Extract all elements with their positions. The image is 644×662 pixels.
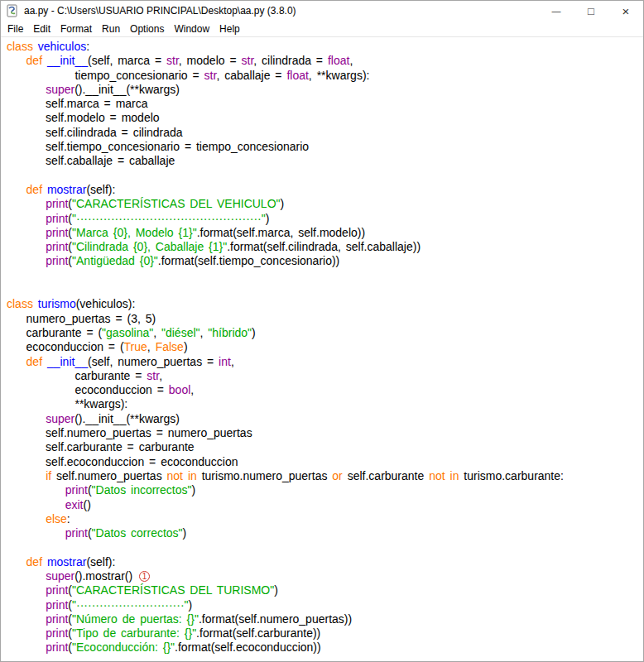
code-token: float [286, 69, 308, 82]
code-line[interactable]: print("Marca {0}, Modelo {1}".format(sel… [7, 226, 643, 240]
code-token: print [46, 612, 68, 626]
code-line[interactable] [7, 283, 643, 297]
code-token [7, 626, 46, 640]
code-token: else [46, 512, 67, 525]
menu-window[interactable]: Window [169, 23, 214, 35]
code-line[interactable]: print("Ecoconducción: {}".format(self.ec… [7, 640, 643, 655]
code-line[interactable]: if self.numero_puertas not in turismo.nu… [7, 469, 643, 483]
code-token [7, 512, 46, 525]
code-token: ) [191, 483, 195, 496]
code-line[interactable] [7, 169, 643, 183]
menu-run[interactable]: Run [97, 23, 125, 35]
code-line[interactable]: super().mostrar() 1 [7, 569, 643, 583]
code-token [7, 569, 46, 583]
code-line[interactable]: def __init__(self, numero_puertas = int, [7, 355, 643, 369]
code-line[interactable]: self.cilindrada = cilindrada [7, 126, 643, 140]
code-line[interactable]: carburante = ("gasolina", "diésel", "híb… [7, 326, 643, 340]
code-token: .format(self.carburante)) [196, 626, 320, 640]
code-line[interactable]: print("····························") [7, 598, 643, 612]
window-title: aa.py - C:\Users\USUARIO PRINCIPAL\Deskt… [24, 5, 296, 17]
code-line[interactable]: else: [7, 512, 643, 526]
code-token: numero_puertas = (3, 5) [7, 312, 156, 325]
code-line[interactable]: print("Tipo de carburante: {}".format(se… [7, 626, 643, 640]
code-token [7, 469, 46, 482]
code-line[interactable]: print("Cilindrada {0}, Caballaje {1}".fo… [7, 240, 643, 254]
code-token: print [46, 254, 68, 267]
code-token: "Número de puertas: {}" [72, 612, 199, 626]
code-token: "diésel" [161, 326, 200, 339]
code-line[interactable]: tiempo_concesionario = str, caballaje = … [7, 69, 643, 83]
code-token [7, 526, 65, 540]
code-line[interactable]: print("Datos incorrectos") [7, 483, 643, 497]
code-line[interactable]: exit() [7, 498, 643, 512]
close-button[interactable]: × [608, 1, 643, 21]
code-line[interactable]: self.tiempo_concesionario = tiempo_conce… [7, 140, 643, 154]
code-token: () [83, 498, 90, 511]
code-line[interactable]: def __init__(self, marca = str, modelo =… [7, 54, 643, 68]
menu-file[interactable]: File [2, 23, 28, 35]
code-token: "gasolina" [102, 326, 153, 339]
code-token [7, 640, 46, 654]
maximize-button[interactable]: □ [574, 1, 608, 21]
menu-format[interactable]: Format [55, 23, 97, 35]
code-token: self.marca = marca [7, 97, 148, 110]
code-token: print [46, 640, 68, 654]
code-line[interactable]: carburante = str, [7, 369, 643, 383]
code-token: self.carburante [343, 469, 429, 482]
code-line[interactable]: numero_puertas = (3, 5) [7, 312, 643, 326]
code-line[interactable]: self.marca = marca [7, 97, 643, 111]
code-line[interactable]: **kwargs): [7, 397, 643, 411]
code-line[interactable] [7, 269, 643, 283]
code-line[interactable]: class turismo(vehiculos): [7, 297, 643, 311]
code-line[interactable]: ecoconduccion = (True, False) [7, 340, 643, 354]
code-token: in [450, 469, 459, 482]
code-line[interactable]: def mostrar(self): [7, 183, 643, 197]
code-line[interactable]: self.ecoconduccion = ecoconduccion [7, 455, 643, 469]
code-line[interactable]: class vehiculos: [7, 40, 643, 54]
code-token: , [190, 383, 194, 396]
code-token: super [46, 83, 74, 96]
title-bar[interactable]: aa.py - C:\Users\USUARIO PRINCIPAL\Deskt… [1, 1, 643, 21]
menu-help[interactable]: Help [214, 23, 245, 35]
code-token [7, 355, 26, 368]
minimize-button[interactable]: — [539, 1, 574, 21]
code-token: self.cilindrada = cilindrada [7, 126, 183, 139]
code-token: , [231, 355, 234, 368]
code-line[interactable]: print("Número de puertas: {}".format(sel… [7, 612, 643, 626]
code-line[interactable]: self.carburante = carburante [7, 440, 643, 454]
code-token: "Antigüedad {0}" [72, 254, 158, 267]
code-token [7, 197, 46, 210]
code-line[interactable]: print("CARACTERÍSTICAS DEL TURISMO") [7, 583, 643, 597]
code-token: : [86, 40, 89, 53]
code-token [7, 598, 46, 612]
code-line[interactable]: self.numero_puertas = numero_puertas [7, 426, 643, 440]
code-token: ) [266, 212, 270, 225]
code-line[interactable]: ecoconduccion = bool, [7, 383, 643, 397]
code-line[interactable]: self.caballaje = caballaje [7, 154, 643, 168]
code-token: def [26, 54, 42, 67]
code-line[interactable]: print("Antigüedad {0}".format(self.tiemp… [7, 254, 643, 268]
code-token: str [242, 54, 254, 67]
code-line[interactable]: print("Datos correctos") [7, 526, 643, 540]
menu-edit[interactable]: Edit [28, 23, 55, 35]
code-token: super [46, 412, 74, 425]
code-line[interactable]: super().__init__(**kwargs) [7, 412, 643, 426]
code-token: print [46, 240, 68, 253]
code-line[interactable]: self.modelo = modelo [7, 111, 643, 125]
code-token: str [147, 369, 159, 382]
code-token: bool [169, 383, 190, 396]
code-token: not [429, 469, 445, 482]
code-token: in [188, 469, 197, 482]
code-line[interactable]: super().__init__(**kwargs) [7, 83, 643, 97]
code-line[interactable]: print("CARACTERÍSTICAS DEL VEHICULO") [7, 197, 643, 211]
code-token: , [147, 340, 156, 353]
menu-options[interactable]: Options [125, 23, 169, 35]
code-token: , [200, 326, 209, 339]
code-line[interactable]: def mostrar(self): [7, 555, 643, 569]
code-token: int [219, 355, 231, 368]
code-token: ) [274, 583, 278, 597]
code-line[interactable]: print("·································… [7, 212, 643, 226]
code-line[interactable] [7, 540, 643, 554]
code-editor[interactable]: class vehiculos: def __init__(self, marc… [1, 37, 643, 661]
code-token: str [166, 54, 179, 67]
